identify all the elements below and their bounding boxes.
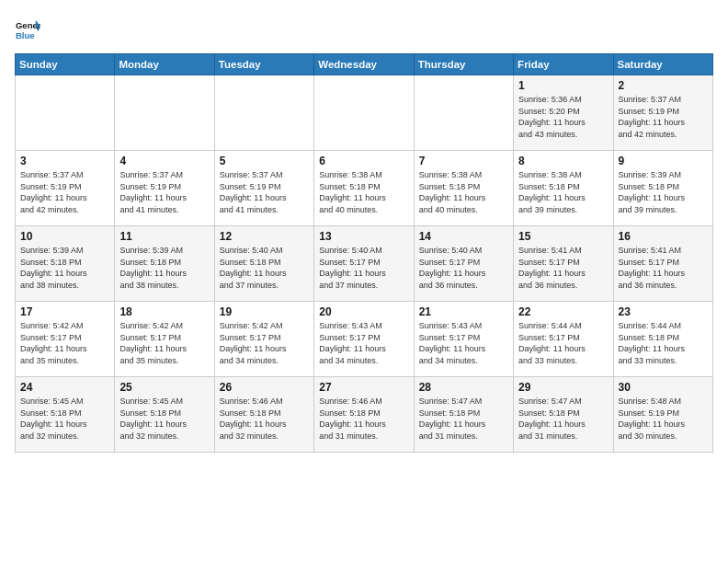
day-number: 30	[619, 381, 708, 394]
day-info: Sunrise: 5:39 AM Sunset: 5:18 PM Dayligh…	[20, 245, 109, 291]
svg-text:Blue: Blue	[16, 30, 35, 40]
calendar-cell	[16, 75, 115, 151]
day-number: 26	[220, 381, 309, 394]
weekday-wednesday: Wednesday	[314, 54, 414, 75]
day-info: Sunrise: 5:38 AM Sunset: 5:18 PM Dayligh…	[419, 169, 508, 215]
day-info: Sunrise: 5:40 AM Sunset: 5:17 PM Dayligh…	[319, 245, 408, 291]
day-info: Sunrise: 5:38 AM Sunset: 5:18 PM Dayligh…	[518, 169, 608, 215]
day-info: Sunrise: 5:46 AM Sunset: 5:18 PM Dayligh…	[220, 396, 309, 442]
calendar-cell: 29Sunrise: 5:47 AM Sunset: 5:18 PM Dayli…	[514, 377, 613, 453]
weekday-friday: Friday	[514, 54, 613, 75]
day-number: 10	[20, 230, 109, 243]
calendar-cell: 8Sunrise: 5:38 AM Sunset: 5:18 PM Daylig…	[514, 151, 613, 226]
day-info: Sunrise: 5:47 AM Sunset: 5:18 PM Dayligh…	[518, 396, 608, 442]
day-info: Sunrise: 5:36 AM Sunset: 5:20 PM Dayligh…	[518, 94, 608, 140]
calendar-cell: 18Sunrise: 5:42 AM Sunset: 5:17 PM Dayli…	[115, 302, 214, 377]
day-number: 1	[518, 79, 608, 92]
calendar-cell: 26Sunrise: 5:46 AM Sunset: 5:18 PM Dayli…	[214, 377, 313, 453]
calendar-cell: 1Sunrise: 5:36 AM Sunset: 5:20 PM Daylig…	[514, 75, 613, 151]
weekday-thursday: Thursday	[414, 54, 513, 75]
day-info: Sunrise: 5:40 AM Sunset: 5:17 PM Dayligh…	[419, 245, 508, 291]
calendar-cell: 30Sunrise: 5:48 AM Sunset: 5:19 PM Dayli…	[613, 377, 712, 453]
day-number: 18	[119, 305, 209, 318]
day-info: Sunrise: 5:42 AM Sunset: 5:17 PM Dayligh…	[20, 320, 109, 366]
week-row: 10Sunrise: 5:39 AM Sunset: 5:18 PM Dayli…	[16, 226, 713, 302]
day-info: Sunrise: 5:37 AM Sunset: 5:19 PM Dayligh…	[619, 94, 708, 140]
weekday-monday: Monday	[115, 54, 214, 75]
day-info: Sunrise: 5:39 AM Sunset: 5:18 PM Dayligh…	[619, 169, 708, 215]
day-info: Sunrise: 5:44 AM Sunset: 5:18 PM Dayligh…	[619, 320, 708, 366]
day-number: 6	[319, 155, 408, 167]
day-number: 7	[419, 155, 508, 167]
day-info: Sunrise: 5:41 AM Sunset: 5:17 PM Dayligh…	[619, 245, 708, 291]
day-number: 21	[419, 305, 508, 318]
day-info: Sunrise: 5:45 AM Sunset: 5:18 PM Dayligh…	[20, 396, 109, 442]
weekday-saturday: Saturday	[613, 54, 712, 75]
weekday-sunday: Sunday	[16, 54, 115, 75]
day-number: 29	[518, 381, 608, 394]
day-number: 27	[319, 381, 408, 394]
logo-icon: General Blue	[15, 18, 40, 44]
calendar-cell	[414, 75, 513, 151]
day-info: Sunrise: 5:48 AM Sunset: 5:19 PM Dayligh…	[619, 396, 708, 442]
day-number: 19	[220, 305, 309, 318]
calendar-cell: 24Sunrise: 5:45 AM Sunset: 5:18 PM Dayli…	[16, 377, 115, 453]
calendar-cell: 5Sunrise: 5:37 AM Sunset: 5:19 PM Daylig…	[214, 151, 313, 226]
week-row: 17Sunrise: 5:42 AM Sunset: 5:17 PM Dayli…	[16, 302, 713, 377]
day-info: Sunrise: 5:42 AM Sunset: 5:17 PM Dayligh…	[220, 320, 309, 366]
day-number: 9	[619, 155, 708, 167]
week-row: 1Sunrise: 5:36 AM Sunset: 5:20 PM Daylig…	[16, 75, 713, 151]
calendar-cell: 9Sunrise: 5:39 AM Sunset: 5:18 PM Daylig…	[613, 151, 712, 226]
day-number: 15	[518, 230, 608, 243]
day-info: Sunrise: 5:47 AM Sunset: 5:18 PM Dayligh…	[419, 396, 508, 442]
calendar-cell: 16Sunrise: 5:41 AM Sunset: 5:17 PM Dayli…	[613, 226, 712, 302]
calendar-cell: 6Sunrise: 5:38 AM Sunset: 5:18 PM Daylig…	[314, 151, 414, 226]
calendar-cell: 15Sunrise: 5:41 AM Sunset: 5:17 PM Dayli…	[514, 226, 613, 302]
day-number: 5	[220, 155, 309, 167]
day-info: Sunrise: 5:40 AM Sunset: 5:18 PM Dayligh…	[220, 245, 309, 291]
day-info: Sunrise: 5:44 AM Sunset: 5:17 PM Dayligh…	[518, 320, 608, 366]
calendar-cell	[314, 75, 414, 151]
weekday-tuesday: Tuesday	[214, 54, 313, 75]
calendar-cell: 25Sunrise: 5:45 AM Sunset: 5:18 PM Dayli…	[115, 377, 214, 453]
calendar-cell: 21Sunrise: 5:43 AM Sunset: 5:17 PM Dayli…	[414, 302, 513, 377]
calendar-cell: 19Sunrise: 5:42 AM Sunset: 5:17 PM Dayli…	[214, 302, 313, 377]
day-info: Sunrise: 5:38 AM Sunset: 5:18 PM Dayligh…	[319, 169, 408, 215]
calendar-cell: 27Sunrise: 5:46 AM Sunset: 5:18 PM Dayli…	[314, 377, 414, 453]
header: General Blue	[15, 15, 713, 44]
day-number: 16	[619, 230, 708, 243]
day-info: Sunrise: 5:43 AM Sunset: 5:17 PM Dayligh…	[319, 320, 408, 366]
day-number: 17	[20, 305, 109, 318]
calendar-cell: 3Sunrise: 5:37 AM Sunset: 5:19 PM Daylig…	[16, 151, 115, 226]
week-row: 24Sunrise: 5:45 AM Sunset: 5:18 PM Dayli…	[16, 377, 713, 453]
day-number: 4	[119, 155, 209, 167]
calendar-cell: 22Sunrise: 5:44 AM Sunset: 5:17 PM Dayli…	[514, 302, 613, 377]
day-info: Sunrise: 5:46 AM Sunset: 5:18 PM Dayligh…	[319, 396, 408, 442]
calendar-cell: 20Sunrise: 5:43 AM Sunset: 5:17 PM Dayli…	[314, 302, 414, 377]
day-number: 2	[619, 79, 708, 92]
day-number: 12	[220, 230, 309, 243]
day-info: Sunrise: 5:42 AM Sunset: 5:17 PM Dayligh…	[119, 320, 209, 366]
calendar-cell: 11Sunrise: 5:39 AM Sunset: 5:18 PM Dayli…	[115, 226, 214, 302]
day-info: Sunrise: 5:37 AM Sunset: 5:19 PM Dayligh…	[119, 169, 209, 215]
calendar-cell: 4Sunrise: 5:37 AM Sunset: 5:19 PM Daylig…	[115, 151, 214, 226]
weekday-row: SundayMondayTuesdayWednesdayThursdayFrid…	[16, 54, 713, 75]
day-info: Sunrise: 5:39 AM Sunset: 5:18 PM Dayligh…	[119, 245, 209, 291]
calendar-cell: 14Sunrise: 5:40 AM Sunset: 5:17 PM Dayli…	[414, 226, 513, 302]
day-number: 20	[319, 305, 408, 318]
day-info: Sunrise: 5:45 AM Sunset: 5:18 PM Dayligh…	[119, 396, 209, 442]
day-number: 13	[319, 230, 408, 243]
day-info: Sunrise: 5:43 AM Sunset: 5:17 PM Dayligh…	[419, 320, 508, 366]
calendar: SundayMondayTuesdayWednesdayThursdayFrid…	[15, 53, 713, 453]
day-number: 8	[518, 155, 608, 167]
logo: General Blue	[15, 18, 40, 44]
day-number: 11	[119, 230, 209, 243]
day-number: 23	[619, 305, 708, 318]
calendar-cell: 10Sunrise: 5:39 AM Sunset: 5:18 PM Dayli…	[16, 226, 115, 302]
calendar-cell	[214, 75, 313, 151]
calendar-header: SundayMondayTuesdayWednesdayThursdayFrid…	[16, 54, 713, 75]
day-number: 24	[20, 381, 109, 394]
calendar-cell: 7Sunrise: 5:38 AM Sunset: 5:18 PM Daylig…	[414, 151, 513, 226]
day-info: Sunrise: 5:37 AM Sunset: 5:19 PM Dayligh…	[220, 169, 309, 215]
day-number: 25	[119, 381, 209, 394]
